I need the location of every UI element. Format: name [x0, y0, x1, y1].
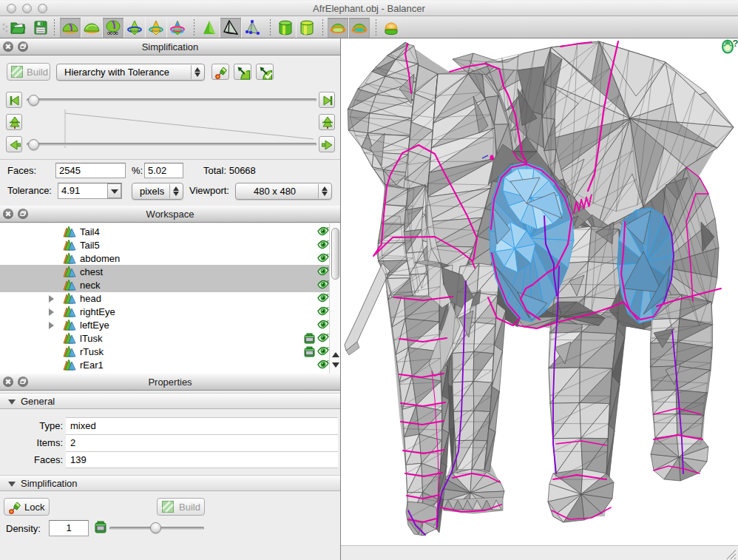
svg-text:∞∞: ∞∞: [107, 28, 119, 36]
svg-text:?: ?: [733, 38, 738, 49]
